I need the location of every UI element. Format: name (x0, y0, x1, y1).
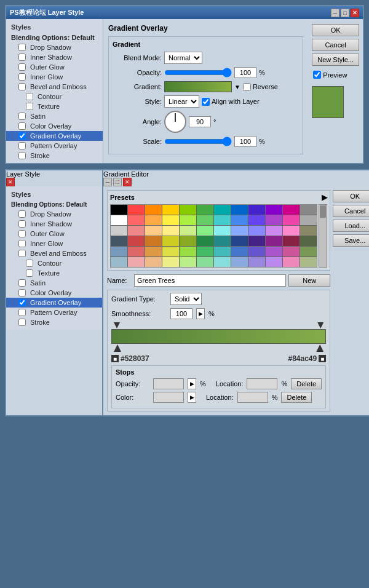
preset-color-cell[interactable] (111, 205, 127, 215)
preset-color-cell[interactable] (266, 226, 282, 236)
preset-color-cell[interactable] (231, 215, 248, 225)
gradient-preview-bar[interactable] (164, 81, 232, 92)
preset-color-cell[interactable] (231, 257, 248, 267)
ge-load-btn[interactable]: Load... (333, 220, 369, 232)
ge-cancel-btn[interactable]: Cancel (333, 205, 369, 217)
sidebar-item-texture[interactable]: Texture (6, 101, 103, 111)
minimize-btn[interactable]: ─ (331, 9, 339, 17)
outer-glow-check-2[interactable] (18, 230, 26, 237)
sidebar2-contour[interactable]: Contour (6, 258, 102, 268)
preset-color-cell[interactable] (197, 205, 213, 215)
sidebar2-inner-shadow[interactable]: Inner Shadow (6, 219, 102, 229)
stops-color-slider-btn[interactable]: ▶ (188, 392, 196, 403)
ge-minimize-btn[interactable]: ─ (103, 178, 112, 186)
inner-shadow-check-2[interactable] (18, 220, 26, 228)
preset-color-cell[interactable] (266, 247, 282, 256)
preset-color-cell[interactable] (197, 215, 213, 225)
preset-color-cell[interactable] (145, 236, 162, 246)
angle-dial[interactable] (164, 111, 186, 133)
preset-color-cell[interactable] (162, 205, 179, 215)
gradient-overlay-check[interactable] (18, 132, 26, 140)
preset-color-cell[interactable] (197, 226, 213, 236)
sidebar-item-drop-shadow[interactable]: Drop Shadow (6, 42, 103, 52)
stop-top-left[interactable] (114, 322, 120, 328)
preset-color-cell[interactable] (128, 236, 145, 246)
sidebar-item-contour[interactable]: Contour (6, 92, 103, 101)
preset-color-cell[interactable] (180, 247, 196, 256)
preset-color-cell[interactable] (180, 257, 196, 267)
sidebar-item-pattern-overlay[interactable]: Pattern Overlay (6, 141, 103, 151)
stops-color-input[interactable] (153, 392, 184, 403)
preset-color-cell[interactable] (248, 257, 265, 267)
main-gradient-strip[interactable] (111, 329, 326, 344)
pattern-overlay-check[interactable] (18, 142, 26, 149)
style-select[interactable]: Linear (164, 95, 199, 108)
preset-color-cell[interactable] (266, 257, 282, 267)
sidebar2-color-overlay[interactable]: Color Overlay (6, 288, 102, 298)
preset-color-cell[interactable] (111, 257, 127, 267)
sidebar-item-inner-shadow[interactable]: Inner Shadow (6, 52, 103, 62)
close-btn-2[interactable]: ✕ (6, 178, 15, 186)
preset-color-cell[interactable] (128, 215, 145, 225)
satin-check[interactable] (18, 113, 26, 120)
preset-color-cell[interactable] (197, 236, 213, 246)
preset-color-cell[interactable] (162, 215, 179, 225)
preset-color-cell[interactable] (111, 247, 127, 256)
preset-color-cell[interactable] (231, 205, 248, 215)
preset-color-cell[interactable] (214, 205, 231, 215)
stroke-check[interactable] (18, 152, 26, 159)
sidebar-blending-2[interactable]: Blending Options: Default (6, 200, 102, 209)
gradient-overlay-check-2[interactable] (18, 299, 26, 306)
preset-color-cell[interactable] (283, 257, 300, 267)
sidebar-item-bevel-emboss[interactable]: Bevel and Emboss (6, 82, 103, 92)
stop-bottom-right[interactable] (316, 344, 323, 352)
preset-color-cell[interactable] (248, 247, 265, 256)
opacity-slider[interactable] (164, 68, 232, 77)
inner-glow-check-2[interactable] (18, 240, 26, 247)
preset-color-cell[interactable] (231, 247, 248, 256)
sidebar2-inner-glow[interactable]: Inner Glow (6, 239, 102, 248)
preset-color-cell[interactable] (300, 247, 317, 256)
arrow-icon[interactable]: ▼ (234, 84, 240, 90)
inner-glow-check[interactable] (18, 73, 26, 81)
presets-arrow[interactable]: ▶ (322, 193, 327, 202)
sidebar-item-color-overlay[interactable]: Color Overlay (6, 121, 103, 131)
texture-check[interactable] (26, 103, 33, 110)
scale-slider[interactable] (164, 137, 232, 146)
sidebar2-drop-shadow[interactable]: Drop Shadow (6, 209, 102, 219)
preset-color-cell[interactable] (283, 226, 300, 236)
preset-color-cell[interactable] (128, 205, 145, 215)
reverse-check[interactable] (243, 83, 251, 91)
preset-color-cell[interactable] (197, 247, 213, 256)
presets-scrollbar[interactable] (319, 204, 327, 268)
preset-color-cell[interactable] (266, 215, 282, 225)
ge-smoothness-value[interactable] (170, 308, 192, 319)
scale-value[interactable] (234, 136, 256, 147)
sidebar2-stroke[interactable]: Stroke (6, 317, 102, 327)
ge-ok-btn[interactable]: OK (333, 190, 369, 202)
ge-maximize-btn[interactable]: □ (113, 178, 122, 186)
preset-color-cell[interactable] (180, 226, 196, 236)
preset-color-cell[interactable] (180, 215, 196, 225)
drop-shadow-check-2[interactable] (18, 210, 26, 218)
preset-color-cell[interactable] (283, 205, 300, 215)
inner-shadow-check[interactable] (18, 54, 26, 61)
sidebar-item-stroke[interactable]: Stroke (6, 151, 103, 161)
preset-color-cell[interactable] (145, 257, 162, 267)
ge-type-select[interactable]: Solid (170, 293, 202, 305)
preset-color-cell[interactable] (266, 236, 282, 246)
scrollbar-thumb[interactable] (320, 205, 326, 218)
ge-new-btn[interactable]: New (288, 274, 330, 287)
stops-opacity-slider-btn[interactable]: ▶ (188, 378, 196, 389)
preset-color-cell[interactable] (248, 215, 265, 225)
preset-color-cell[interactable] (266, 205, 282, 215)
delete-btn-1[interactable]: Delete (291, 378, 322, 389)
preset-color-cell[interactable] (180, 205, 196, 215)
outer-glow-check[interactable] (18, 63, 26, 71)
sidebar2-gradient-overlay[interactable]: Gradient Overlay (6, 298, 102, 308)
preset-color-cell[interactable] (145, 247, 162, 256)
drop-shadow-check[interactable] (18, 44, 26, 51)
sidebar2-pattern-overlay[interactable]: Pattern Overlay (6, 308, 102, 317)
sidebar2-outer-glow[interactable]: Outer Glow (6, 229, 102, 239)
preset-color-cell[interactable] (248, 226, 265, 236)
